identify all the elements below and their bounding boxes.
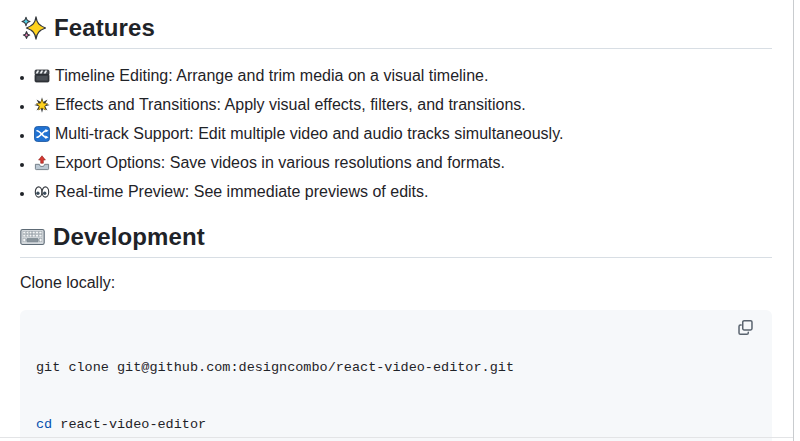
code-text: react-video-editor bbox=[52, 417, 206, 432]
shuffle-tracks-icon bbox=[34, 126, 50, 146]
code-keyword: cd bbox=[36, 417, 52, 432]
development-heading: Development bbox=[20, 223, 772, 258]
window-right-border bbox=[793, 0, 794, 441]
glowing-star-icon bbox=[34, 97, 50, 117]
list-item: Effects and Transitions: Apply visual ef… bbox=[34, 95, 772, 117]
features-heading-label: Features bbox=[54, 14, 155, 42]
copy-button[interactable] bbox=[734, 316, 756, 338]
list-item: Real-time Preview: See immediate preview… bbox=[34, 182, 772, 204]
clapper-board-icon bbox=[34, 68, 50, 88]
sparkles-icon bbox=[20, 15, 46, 41]
keyboard-icon bbox=[20, 227, 45, 247]
development-heading-label: Development bbox=[53, 223, 205, 251]
list-item: Timeline Editing: Arrange and trim media… bbox=[34, 66, 772, 88]
clone-intro-text: Clone locally: bbox=[20, 274, 772, 292]
features-list: Timeline Editing: Arrange and trim media… bbox=[20, 66, 772, 204]
eyes-icon bbox=[34, 184, 50, 204]
feature-text: Real-time Preview: See immediate preview… bbox=[55, 183, 428, 200]
window-bottom-border bbox=[0, 437, 793, 438]
readme-content: Features Timeline Editing: Arrange and t… bbox=[20, 0, 772, 441]
feature-text: Effects and Transitions: Apply visual ef… bbox=[55, 96, 526, 113]
list-item: Multi-track Support: Edit multiple video… bbox=[34, 124, 772, 146]
feature-text: Multi-track Support: Edit multiple video… bbox=[55, 125, 563, 142]
list-item: Export Options: Save videos in various r… bbox=[34, 153, 772, 175]
outbox-tray-icon bbox=[34, 155, 50, 175]
features-heading: Features bbox=[20, 14, 772, 49]
copy-icon bbox=[737, 319, 754, 336]
feature-text: Timeline Editing: Arrange and trim media… bbox=[55, 67, 488, 84]
code-line: cd react-video-editor bbox=[36, 415, 756, 434]
feature-text: Export Options: Save videos in various r… bbox=[55, 154, 505, 171]
code-line: git clone git@github.com:designcombo/rea… bbox=[36, 358, 756, 377]
code-block: git clone git@github.com:designcombo/rea… bbox=[20, 310, 772, 441]
